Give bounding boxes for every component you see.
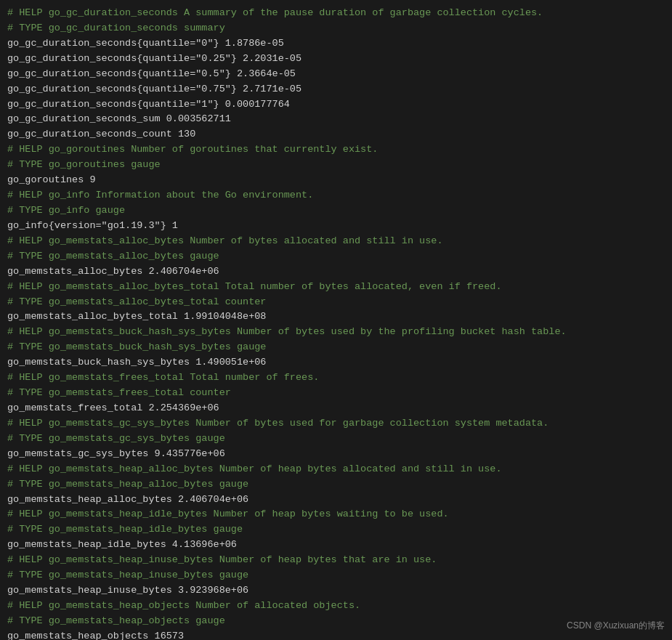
metric-line: go_memstats_frees_total 2.254369e+06: [7, 402, 219, 413]
comment-line: # TYPE go_memstats_alloc_bytes gauge: [7, 251, 219, 262]
metric-line: go_memstats_heap_alloc_bytes 2.406704e+0…: [7, 494, 248, 505]
metric-line: go_gc_duration_seconds{quantile="0.5"} 2…: [7, 68, 296, 79]
comment-line: # TYPE go_memstats_heap_idle_bytes gauge: [7, 524, 243, 535]
comment-line: # TYPE go_goroutines gauge: [7, 159, 161, 170]
metric-line: go_memstats_alloc_bytes_total 1.99104048…: [7, 311, 266, 322]
metric-line: go_memstats_alloc_bytes 2.406704e+06: [7, 266, 219, 277]
metrics-output: # HELP go_gc_duration_seconds A summary …: [7, 6, 665, 640]
comment-line: # HELP go_gc_duration_seconds A summary …: [7, 7, 543, 18]
comment-line: # HELP go_memstats_buck_hash_sys_bytes N…: [7, 326, 567, 337]
comment-line: # TYPE go_memstats_gc_sys_bytes gauge: [7, 433, 225, 444]
comment-line: # TYPE go_memstats_frees_total counter: [7, 387, 231, 398]
comment-line: # HELP go_memstats_heap_inuse_bytes Numb…: [7, 554, 437, 565]
comment-line: # HELP go_memstats_heap_idle_bytes Numbe…: [7, 509, 449, 519]
comment-line: # TYPE go_memstats_heap_objects gauge: [7, 615, 225, 626]
comment-line: # HELP go_memstats_alloc_bytes Number of…: [7, 235, 443, 246]
comment-line: # HELP go_memstats_gc_sys_bytes Number o…: [7, 418, 548, 429]
metric-line: go_memstats_gc_sys_bytes 9.435776e+06: [7, 448, 225, 459]
metric-line: go_gc_duration_seconds{quantile="0.25"} …: [7, 53, 301, 64]
metric-line: go_goroutines 9: [7, 174, 96, 185]
metric-line: go_gc_duration_seconds{quantile="1"} 0.0…: [7, 99, 290, 110]
comment-line: # HELP go_memstats_alloc_bytes_total Tot…: [7, 281, 502, 292]
metric-line: go_gc_duration_seconds_sum 0.003562711: [7, 113, 231, 124]
comment-line: # HELP go_goroutines Number of goroutine…: [7, 144, 378, 155]
metric-line: go_memstats_buck_hash_sys_bytes 1.490051…: [7, 357, 266, 368]
metric-line: go_gc_duration_seconds{quantile="0"} 1.8…: [7, 38, 284, 49]
metric-line: go_gc_duration_seconds{quantile="0.75"} …: [7, 84, 301, 94]
comment-line: # HELP go_memstats_heap_objects Number o…: [7, 600, 360, 611]
watermark: CSDN @Xuzixuan的博客: [567, 619, 665, 633]
comment-line: # HELP go_memstats_heap_alloc_bytes Numb…: [7, 463, 502, 474]
comment-line: # TYPE go_memstats_heap_inuse_bytes gaug…: [7, 570, 248, 580]
comment-line: # TYPE go_memstats_heap_alloc_bytes gaug…: [7, 479, 248, 490]
comment-line: # HELP go_info Information about the Go …: [7, 190, 313, 200]
metric-line: go_memstats_heap_inuse_bytes 3.923968e+0…: [7, 585, 248, 596]
comment-line: # TYPE go_info gauge: [7, 205, 125, 216]
metric-line: go_memstats_heap_objects 16573: [7, 631, 184, 640]
metric-line: go_gc_duration_seconds_count 130: [7, 129, 195, 139]
comment-line: # TYPE go_gc_duration_seconds summary: [7, 23, 225, 33]
comment-line: # TYPE go_memstats_buck_hash_sys_bytes g…: [7, 341, 266, 352]
comment-line: # TYPE go_memstats_alloc_bytes_total cou…: [7, 296, 266, 307]
metric-line: go_info{version="go1.19.3"} 1: [7, 220, 178, 231]
metric-line: go_memstats_heap_idle_bytes 4.13696e+06: [7, 539, 237, 550]
comment-line: # HELP go_memstats_frees_total Total num…: [7, 372, 319, 383]
